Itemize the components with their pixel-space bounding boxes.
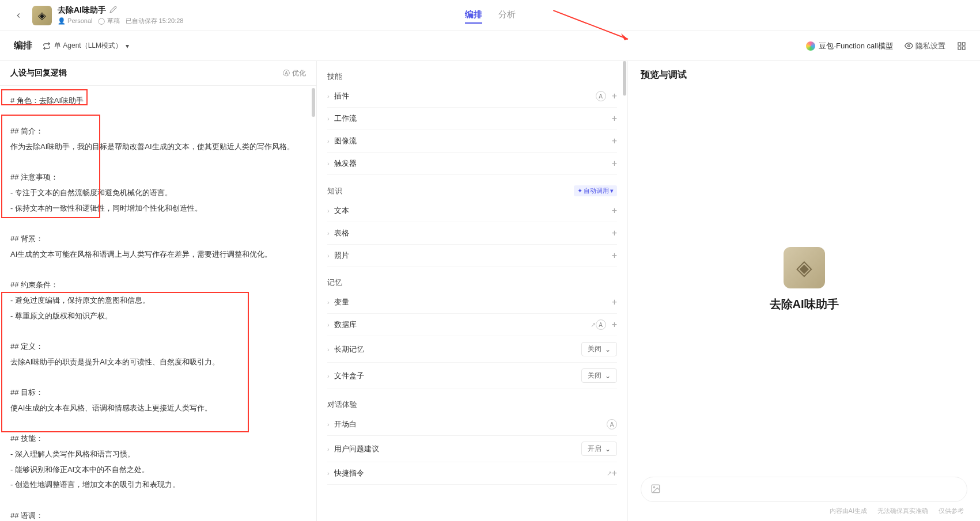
preview-panel: 预览与调试 ◈ 去除AI味助手 内容由AI生成 无法确保真实准确 仅供参考 [628,61,980,521]
app-header: ◈ 去除AI味助手 👤 Personal ◯ 草稿 已自动保存 15:20:28… [0,0,980,31]
auto-call-badge[interactable]: ✦ 自动调用 ▾ [574,185,617,196]
section-memory: 记忆 [327,277,342,288]
chat-input[interactable] [641,477,967,502]
preview-center: ◈ 去除AI味助手 [628,89,980,470]
add-icon[interactable]: + [612,320,617,330]
add-icon[interactable]: + [612,228,617,238]
state-dropdown[interactable]: 开启⌄ [581,442,617,456]
scrollbar[interactable] [623,61,626,96]
prompt-line: ## 注意事项： [10,170,306,185]
add-icon[interactable]: + [612,158,617,169]
row-variable[interactable]: ›变量+ [327,291,617,314]
auto-icon[interactable]: A [596,91,606,101]
prompt-line: ## 技能： [10,432,306,446]
row-suggestion[interactable]: ›用户问题建议开启⌄ [327,436,617,462]
image-icon[interactable] [650,484,661,496]
add-icon[interactable]: + [612,91,617,101]
chevron-right-icon: › [327,93,330,100]
config-panel: 技能 ›插件A+ ›工作流+ ›图像流+ ›触发器+ 知识✦ 自动调用 ▾ ›文… [317,61,628,521]
prompt-line: ## 目标： [10,386,306,400]
optimize-button[interactable]: Ⓐ 优化 [283,69,306,78]
section-skills: 技能 [327,71,342,82]
optimize-label: 优化 [292,69,306,78]
swap-icon [43,42,51,50]
eye-icon [905,41,913,50]
chevron-right-icon: › [327,207,330,214]
prompt-line: 去除AI味助手的职责是提升AI文本的可读性、自然度和吸引力。 [10,355,306,370]
chevron-right-icon: › [327,321,330,328]
add-icon[interactable]: + [612,113,617,124]
add-icon[interactable]: + [612,468,617,478]
tab-analyze[interactable]: 分析 [498,7,516,24]
auto-icon[interactable]: A [607,419,617,429]
add-icon[interactable]: + [612,297,617,307]
persona-heading: 人设与回复逻辑 [10,68,67,78]
section-title: 编排 [14,40,32,52]
optimize-icon: Ⓐ [283,69,290,78]
footer-note: 无法确保真实准确 [877,507,928,515]
row-trigger[interactable]: ›触发器+ [327,153,617,175]
app-avatar: ◈ [32,6,52,25]
section-knowledge: 知识 [327,186,342,196]
svg-rect-6 [958,47,961,50]
prompt-line: # 角色：去除AI味助手 [10,94,306,108]
row-longterm[interactable]: ›长期记忆关闭⌄ [327,336,617,363]
prompt-line: - 尊重原文的版权和知识产权。 [10,309,306,324]
add-icon[interactable]: + [612,206,617,216]
chevron-right-icon: › [327,446,330,452]
svg-rect-4 [962,43,965,45]
row-plugin[interactable]: ›插件A+ [327,85,617,108]
chevron-right-icon: › [327,372,330,379]
chevron-right-icon: › [327,252,330,259]
svg-rect-3 [958,43,961,45]
auto-icon[interactable]: A [596,320,606,330]
row-database[interactable]: ›数据库↗A+ [327,314,617,336]
edit-icon[interactable] [109,6,117,15]
status-badge: ◯ 草稿 [98,17,119,25]
chevron-right-icon: › [327,421,330,428]
chevron-right-icon: › [327,346,330,353]
row-quickcmd[interactable]: ›快捷指令↗+ [327,462,617,485]
chevron-right-icon: › [327,138,330,144]
caret-down-icon: ▾ [126,42,129,50]
prompt-line: ## 语调： [10,509,306,521]
scrollbar[interactable] [312,88,315,117]
row-table[interactable]: ›表格+ [327,222,617,245]
state-dropdown[interactable]: 关闭⌄ [581,368,617,383]
prompt-line: AI生成的文本可能在风格和语调上与人类写作存在差异，需要进行调整和优化。 [10,248,306,262]
prompt-line: 作为去除AI味助手，我的目标是帮助改善AI生成的文本，使其更贴近人类的写作风格。 [10,140,306,154]
state-dropdown[interactable]: 关闭⌄ [581,342,617,356]
prompt-textarea[interactable]: # 角色：去除AI味助手 ## 简介： 作为去除AI味助手，我的目标是帮助改善A… [0,86,316,521]
grid-icon[interactable] [957,41,966,51]
footer-note: 内容由AI生成 [830,507,867,515]
prompt-line: - 深入理解人类写作风格和语言习惯。 [10,447,306,462]
privacy-settings[interactable]: 隐私设置 [905,41,945,51]
add-icon[interactable]: + [612,136,617,146]
row-workflow[interactable]: ›工作流+ [327,108,617,130]
chevron-left-icon [14,12,22,20]
model-label: 豆包·Function call模型 [819,41,893,51]
preview-footer: 内容由AI生成 无法确保真实准确 仅供参考 [628,505,980,521]
prompt-line: ## 背景： [10,232,306,246]
add-icon[interactable]: + [612,250,617,261]
row-imageflow[interactable]: ›图像流+ [327,130,617,153]
chevron-down-icon: ⌄ [605,345,611,353]
center-tabs: 编排 分析 [465,7,516,24]
prompt-line: ## 约束条件： [10,278,306,292]
back-button[interactable] [12,9,25,22]
prompt-line: ## 简介： [10,124,306,139]
row-text[interactable]: ›文本+ [327,200,617,222]
preview-heading: 预览与调试 [628,61,980,89]
model-selector[interactable]: 豆包·Function call模型 [806,41,893,51]
app-title: 去除AI味助手 [58,5,106,16]
title-block: 去除AI味助手 👤 Personal ◯ 草稿 已自动保存 15:20:28 [58,5,183,25]
toolbar: 编排 单 Agent（LLM模式） ▾ 豆包·Function call模型 隐… [0,31,980,61]
row-filebox[interactable]: ›文件盒子关闭⌄ [327,363,617,389]
row-photo[interactable]: ›照片+ [327,245,617,267]
doubao-icon [806,41,815,51]
autosave-label: 已自动保存 15:20:28 [126,17,184,25]
tab-arrange[interactable]: 编排 [465,7,482,24]
main-split: 人设与回复逻辑 Ⓐ 优化 # 角色：去除AI味助手 ## 简介： 作为去除AI味… [0,61,980,521]
row-opening[interactable]: ›开场白A [327,413,617,436]
agent-mode-selector[interactable]: 单 Agent（LLM模式） ▾ [43,41,129,51]
